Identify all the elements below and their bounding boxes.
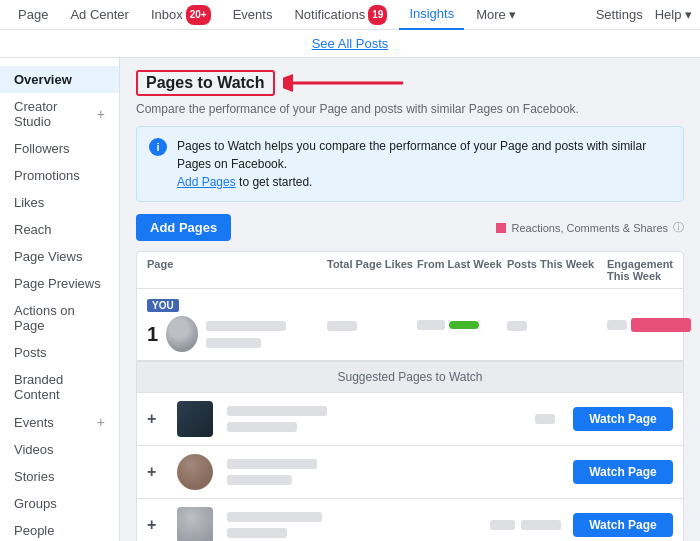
info-box: i Pages to Watch helps you compare the p… — [136, 126, 684, 202]
you-page-cell: YOU 1 — [147, 297, 327, 352]
suggested-avatar-3 — [177, 507, 213, 541]
nav-page[interactable]: Page — [8, 0, 58, 30]
watch-page-button-1[interactable]: Watch Page — [573, 407, 673, 431]
total-likes-cell — [327, 317, 417, 332]
add-page-2-icon[interactable]: + — [147, 463, 171, 481]
col-total-likes: Total Page Likes — [327, 258, 417, 282]
content-area: Pages to Watch Compare the performance o… — [120, 58, 700, 541]
watch-page-button-3[interactable]: Watch Page — [573, 513, 673, 537]
col-engagement: Engagement This Week — [607, 258, 673, 282]
sidebar-item-groups[interactable]: Groups — [0, 490, 119, 517]
sidebar-item-branded-content[interactable]: Branded Content — [0, 366, 119, 408]
add-pages-row: Add Pages Reactions, Comments & Shares ⓘ — [136, 214, 684, 241]
sidebar-item-overview[interactable]: Overview — [0, 66, 119, 93]
suggested-row: + Watch Page — [137, 499, 683, 541]
sidebar-item-reach[interactable]: Reach — [0, 216, 119, 243]
pages-to-watch-title: Pages to Watch — [136, 70, 275, 96]
you-badge: YOU — [147, 299, 179, 312]
engagement-cell — [607, 318, 691, 332]
col-posts-this-week: Posts This Week — [507, 258, 607, 282]
nav-more[interactable]: More ▾ — [466, 0, 526, 30]
sidebar-item-videos[interactable]: Videos — [0, 436, 119, 463]
col-page: Page — [147, 258, 327, 282]
sidebar: Overview Creator Studio + Followers Prom… — [0, 58, 120, 541]
watch-table: Page Total Page Likes From Last Week Pos… — [136, 251, 684, 541]
info-text: Pages to Watch helps you compare the per… — [177, 137, 671, 191]
nav-items: Page Ad Center Inbox 20+ Events Notifica… — [8, 0, 596, 30]
suggested-page-3-info — [227, 512, 484, 538]
creator-studio-plus-icon[interactable]: + — [97, 106, 105, 122]
main-layout: Overview Creator Studio + Followers Prom… — [0, 58, 700, 541]
sidebar-item-followers[interactable]: Followers — [0, 135, 119, 162]
add-pages-info-link[interactable]: Add Pages — [177, 175, 236, 189]
red-arrow-icon — [283, 71, 403, 95]
you-row: YOU 1 — [137, 289, 683, 361]
suggested-header: Suggested Pages to Watch — [137, 361, 683, 393]
posts-this-week-cell — [507, 317, 607, 332]
suggested-row: + Watch Page — [137, 446, 683, 499]
suggested-page-1-info — [227, 406, 529, 432]
suggested-3-extra — [521, 520, 561, 530]
sidebar-item-people[interactable]: People — [0, 517, 119, 541]
top-navigation: Page Ad Center Inbox 20+ Events Notifica… — [0, 0, 700, 30]
pages-to-watch-header: Pages to Watch — [136, 70, 684, 96]
from-last-week-cell — [417, 320, 507, 330]
sidebar-item-page-previews[interactable]: Page Previews — [0, 270, 119, 297]
sidebar-item-creator-studio[interactable]: Creator Studio + — [0, 93, 119, 135]
sidebar-item-promotions[interactable]: Promotions — [0, 162, 119, 189]
events-plus-icon[interactable]: + — [97, 414, 105, 430]
legend-dot-icon — [496, 223, 506, 233]
notifications-badge: 19 — [368, 5, 387, 25]
legend: Reactions, Comments & Shares ⓘ — [496, 220, 684, 235]
add-page-3-icon[interactable]: + — [147, 516, 171, 534]
nav-settings[interactable]: Settings — [596, 7, 643, 22]
sidebar-item-posts[interactable]: Posts — [0, 339, 119, 366]
legend-info-icon: ⓘ — [673, 220, 684, 235]
sidebar-item-page-views[interactable]: Page Views — [0, 243, 119, 270]
sidebar-item-stories[interactable]: Stories — [0, 463, 119, 490]
sidebar-item-likes[interactable]: Likes — [0, 189, 119, 216]
nav-ad-center[interactable]: Ad Center — [60, 0, 139, 30]
suggested-3-likes — [490, 520, 515, 530]
info-icon: i — [149, 138, 167, 156]
suggested-avatar-1 — [177, 401, 213, 437]
sidebar-item-actions-on-page[interactable]: Actions on Page — [0, 297, 119, 339]
add-page-1-icon[interactable]: + — [147, 410, 171, 428]
col-from-last-week: From Last Week — [417, 258, 507, 282]
nav-right: Settings Help ▾ — [596, 7, 692, 22]
your-page-avatar — [166, 316, 198, 352]
nav-notifications[interactable]: Notifications 19 — [284, 0, 397, 30]
pages-to-watch-subtitle: Compare the performance of your Page and… — [136, 102, 684, 116]
nav-events[interactable]: Events — [223, 0, 283, 30]
table-header: Page Total Page Likes From Last Week Pos… — [137, 252, 683, 289]
your-page-name — [206, 319, 327, 349]
suggested-row: + Watch Page — [137, 393, 683, 446]
suggested-avatar-2 — [177, 454, 213, 490]
sub-navigation: See All Posts — [0, 30, 700, 58]
nav-insights[interactable]: Insights — [399, 0, 464, 30]
add-pages-button[interactable]: Add Pages — [136, 214, 231, 241]
watch-page-button-2[interactable]: Watch Page — [573, 460, 673, 484]
suggested-page-2-info — [227, 459, 549, 485]
suggested-1-likes — [535, 414, 555, 424]
you-number: 1 — [147, 323, 158, 346]
nav-help[interactable]: Help ▾ — [655, 7, 692, 22]
sidebar-item-events[interactable]: Events + — [0, 408, 119, 436]
inbox-badge: 20+ — [186, 5, 211, 25]
see-all-posts-link[interactable]: See All Posts — [312, 36, 389, 51]
nav-inbox[interactable]: Inbox 20+ — [141, 0, 221, 30]
